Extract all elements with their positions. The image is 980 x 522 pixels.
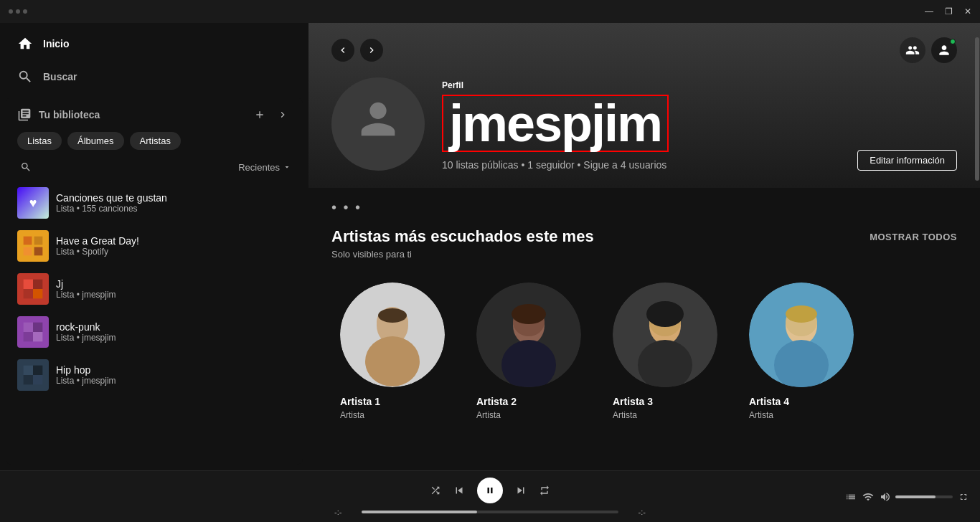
- playlist-info-rockpunk: rock-punk Lista • jmespjim: [56, 321, 291, 343]
- artist-type-2: Artista: [476, 410, 581, 420]
- fullscreen-button[interactable]: [958, 492, 969, 502]
- edit-profile-button[interactable]: Editar información: [857, 150, 957, 171]
- progress-bar: -:- -:-: [334, 508, 646, 516]
- maximize-button[interactable]: ❐: [945, 6, 953, 16]
- artists-row: Artista 1 Artista Artista 2: [331, 274, 957, 429]
- filter-albumes[interactable]: Álbumes: [67, 132, 124, 150]
- nav-row: [331, 37, 957, 63]
- friends-button[interactable]: [900, 37, 925, 63]
- artist-name-2: Artista 2: [476, 396, 581, 407]
- close-button[interactable]: ✕: [964, 6, 971, 16]
- library-add-button[interactable]: [251, 106, 268, 123]
- svg-rect-19: [33, 375, 42, 384]
- shuffle-button[interactable]: [430, 485, 441, 496]
- artist-card-2[interactable]: Artista 2 Artista: [468, 274, 590, 429]
- svg-rect-17: [33, 366, 42, 375]
- filter-artistas[interactable]: Artistas: [130, 132, 181, 150]
- svg-rect-14: [33, 332, 42, 341]
- titlebar-dot-2: [16, 9, 20, 14]
- titlebar-dot-1: [9, 9, 13, 14]
- user-profile-button[interactable]: [931, 37, 957, 63]
- playlist-thumb-hiphop: [17, 359, 49, 391]
- avatar-icon: [353, 94, 403, 155]
- sidebar-item-home[interactable]: Inicio: [9, 29, 300, 59]
- titlebar: — ❐ ✕: [0, 0, 980, 23]
- playlist-meta-liked: Lista • 155 canciones: [56, 204, 291, 214]
- artist-name-4: Artista 4: [749, 396, 854, 407]
- profile-username: jmespjim: [442, 95, 669, 152]
- artist-type-4: Artista: [749, 410, 854, 420]
- playlist-meta-rockpunk: Lista • jmespjim: [56, 333, 291, 343]
- svg-rect-4: [34, 247, 43, 256]
- time-current: -:-: [334, 508, 356, 516]
- svg-rect-16: [24, 366, 33, 375]
- svg-point-24: [378, 308, 407, 323]
- library-search-row: Recientes: [6, 156, 303, 181]
- artist-card-1[interactable]: Artista 1 Artista: [331, 274, 453, 429]
- search-icon: [17, 69, 33, 85]
- profile-hero-main: Perfil jmespjim 10 listas públicas • 1 s…: [331, 77, 957, 171]
- titlebar-dot-3: [23, 9, 27, 14]
- player-controls: [430, 478, 550, 503]
- playlist-item-liked[interactable]: ♥ Canciones que te gustan Lista • 155 ca…: [11, 181, 297, 224]
- library-icon: [17, 108, 32, 122]
- playlist-item-rockpunk[interactable]: rock-punk Lista • jmespjim: [11, 310, 297, 353]
- playlist-name-rockpunk: rock-punk: [56, 321, 291, 333]
- sort-label: Recientes: [238, 162, 280, 173]
- playlist-item-jj[interactable]: Jj Lista • jmespjim: [11, 267, 297, 310]
- svg-rect-11: [24, 323, 33, 332]
- sidebar-item-search-label: Buscar: [43, 71, 77, 82]
- artist-type-1: Artista: [340, 410, 445, 420]
- sort-button[interactable]: Recientes: [238, 162, 291, 173]
- svg-rect-18: [24, 375, 33, 384]
- artist-card-3[interactable]: Artista 3 Artista: [604, 274, 726, 429]
- next-button[interactable]: [514, 484, 527, 497]
- progress-track[interactable]: [362, 511, 618, 513]
- prev-button[interactable]: [453, 484, 466, 497]
- player-bar: -:- -:-: [0, 470, 980, 522]
- playlist-item-hiphop[interactable]: Hip hop Lista • jmespjim: [11, 353, 297, 397]
- progress-fill: [362, 511, 477, 513]
- repeat-button[interactable]: [539, 485, 550, 496]
- playlist-item-greatday[interactable]: Have a Great Day! Lista • Spotify: [11, 224, 297, 267]
- section-header: Artistas más escuchados este mes Mostrar…: [331, 227, 957, 246]
- minimize-button[interactable]: —: [925, 6, 933, 16]
- back-button[interactable]: [331, 39, 354, 62]
- player-right: [657, 491, 969, 503]
- nav-arrows: [331, 39, 383, 62]
- main-scrollbar[interactable]: [974, 23, 980, 470]
- playlist-info-jj: Jj Lista • jmespjim: [56, 278, 291, 300]
- playlist-name-liked: Canciones que te gustan: [56, 192, 291, 204]
- volume-container: [880, 491, 953, 503]
- pause-button[interactable]: [477, 478, 503, 503]
- svg-rect-1: [24, 237, 32, 245]
- filter-listas[interactable]: Listas: [17, 132, 62, 150]
- playlist-info-greatday: Have a Great Day! Lista • Spotify: [56, 235, 291, 257]
- forward-button[interactable]: [360, 39, 383, 62]
- svg-rect-12: [33, 323, 42, 332]
- svg-point-22: [365, 336, 420, 386]
- show-all-link[interactable]: Mostrar todos: [870, 232, 957, 242]
- playlist-meta-hiphop: Lista • jmespjim: [56, 376, 291, 386]
- library-title: Tu biblioteca: [17, 108, 100, 122]
- playlist-meta-greatday: Lista • Spotify: [56, 247, 291, 257]
- library-expand-button[interactable]: [274, 106, 291, 123]
- sidebar-item-search[interactable]: Buscar: [9, 62, 300, 92]
- svg-rect-2: [34, 237, 43, 245]
- artist-card-4[interactable]: Artista 4 Artista: [740, 274, 862, 429]
- devices-button[interactable]: [862, 491, 874, 503]
- playlist-name-jj: Jj: [56, 278, 291, 290]
- playlist-thumb-jj: [17, 273, 49, 305]
- time-total: -:-: [624, 508, 646, 516]
- sidebar-nav: Inicio Buscar: [0, 23, 308, 98]
- liked-thumb: ♥: [17, 187, 49, 219]
- profile-hero: Perfil jmespjim 10 listas públicas • 1 s…: [308, 23, 980, 188]
- svg-rect-13: [24, 332, 33, 341]
- volume-track[interactable]: [895, 495, 953, 498]
- queue-button[interactable]: [845, 491, 857, 503]
- profile-info: Perfil jmespjim 10 listas públicas • 1 s…: [442, 80, 840, 171]
- volume-button[interactable]: [880, 491, 891, 503]
- home-icon: [17, 36, 33, 52]
- library-search-button[interactable]: [17, 158, 34, 176]
- svg-point-29: [512, 304, 546, 324]
